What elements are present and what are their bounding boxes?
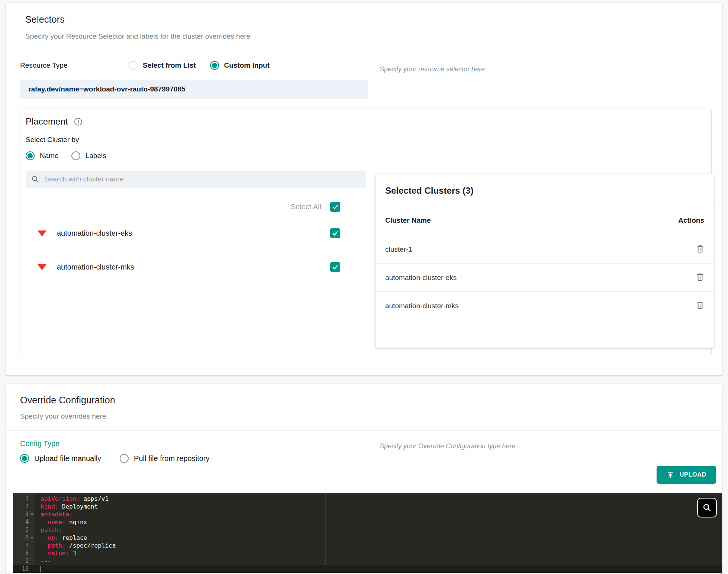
magnifier-icon (702, 503, 712, 513)
selected-clusters-title: Selected Clusters (3) (376, 174, 714, 206)
selectors-card: Selectors Specify your Resource Selector… (6, 3, 722, 375)
override-subtitle: Specify your overrides here. (20, 412, 722, 420)
editor-line-number: 1 (13, 495, 35, 503)
cluster-checkbox[interactable] (330, 228, 340, 238)
cluster-search-bar (26, 171, 366, 188)
delete-cluster-button[interactable] (694, 299, 706, 313)
editor-code-line[interactable]: apiVersion: apps/v1 (41, 495, 722, 503)
radio-name-label: Name (40, 152, 59, 160)
radio-pull-label: Pull file from repository (134, 454, 209, 463)
table-row: automation-cluster-mks (376, 292, 714, 320)
radio-selected-icon (26, 151, 35, 160)
radio-unselected-icon (129, 61, 138, 70)
delete-cluster-button[interactable] (694, 271, 706, 284)
select-all-checkbox[interactable] (330, 202, 340, 212)
cluster-name: automation-cluster-mks (57, 263, 330, 271)
resource-type-section: Resource Type Select from List Custom In… (6, 51, 722, 99)
code-token: metadata: (41, 511, 73, 518)
info-icon[interactable] (74, 117, 83, 126)
radio-upload-label: Upload file manually (34, 454, 101, 463)
code-token: 3 (73, 550, 77, 557)
radio-unselected-icon (120, 454, 129, 463)
editor-cursor (41, 566, 41, 573)
cluster-list-item[interactable]: automation-cluster-eks (26, 228, 340, 238)
selected-clusters-panel: Selected Clusters (3) Cluster Name Actio… (376, 174, 714, 348)
resource-selector-hint: Specify your resource selector here (380, 65, 485, 73)
editor-line-number: 4 (13, 518, 35, 526)
checkmark-icon (332, 230, 339, 237)
radio-pull-file-from-repository[interactable]: Pull file from repository (120, 454, 209, 463)
code-token: path: (48, 542, 65, 549)
cluster-checkbox[interactable] (330, 262, 340, 272)
red-triangle-status-icon (38, 264, 46, 270)
code-token (41, 550, 48, 557)
override-configuration-card: Override Configuration Specify your over… (6, 384, 722, 574)
editor-code-line[interactable]: value: 3 (41, 549, 722, 557)
fold-arrow-icon[interactable] (30, 513, 34, 516)
placement-section: Placement Select Cluster by Name Labels (20, 109, 712, 355)
code-token: patch: (41, 526, 62, 533)
radio-unselected-icon (71, 151, 80, 160)
upload-button-label: UPLOAD (680, 471, 706, 478)
radio-selected-icon (210, 61, 219, 70)
placement-title: Placement (26, 116, 68, 127)
override-title: Override Configuration (20, 395, 722, 406)
cluster-list-item[interactable]: automation-cluster-mks (26, 262, 340, 272)
yaml-editor[interactable]: 12345678910 apiVersion: apps/v1kind: Dep… (13, 493, 722, 573)
resource-type-label: Resource Type (20, 61, 129, 70)
trash-icon (695, 272, 705, 282)
editor-search-button[interactable] (697, 498, 717, 517)
code-token: /spec/replica (65, 542, 116, 549)
selectors-title: Selectors (25, 14, 722, 25)
table-row: cluster-1 (376, 235, 714, 264)
editor-line-number: 3 (13, 510, 35, 518)
editor-code-line[interactable]: - op: replace (41, 534, 722, 542)
select-all-label: Select All (291, 203, 321, 211)
radio-labels-label: Labels (86, 152, 106, 160)
checkmark-icon (332, 264, 339, 271)
search-icon (31, 175, 40, 184)
cluster-search-input[interactable] (44, 175, 361, 183)
radio-select-from-list[interactable]: Select from List (129, 61, 196, 70)
code-token (41, 542, 48, 549)
code-token (41, 519, 48, 526)
radio-selected-icon (20, 454, 29, 463)
trash-icon (695, 300, 705, 310)
editor-line-number: 10 (13, 565, 35, 573)
editor-code-line[interactable]: metadata: (41, 510, 722, 518)
radio-custom-input-label: Custom Input (224, 61, 270, 70)
radio-custom-input[interactable]: Custom Input (210, 61, 270, 70)
editor-code-line[interactable]: --- (41, 557, 722, 565)
code-token: replace (58, 534, 87, 541)
cluster-name: automation-cluster-eks (57, 229, 330, 238)
red-triangle-status-icon (38, 230, 46, 236)
override-header: Override Configuration Specify your over… (6, 384, 722, 430)
editor-line-number: 8 (13, 549, 35, 557)
code-token: kind: (41, 503, 58, 510)
editor-code-line[interactable] (35, 565, 722, 573)
fold-arrow-icon[interactable] (30, 537, 34, 539)
editor-line-number: 9 (13, 557, 35, 565)
config-type-hint: Specify your Override Configuration type… (380, 442, 515, 450)
code-token: --- (41, 558, 51, 565)
editor-code-line[interactable]: kind: Deployment (41, 503, 722, 510)
editor-gutter: 12345678910 (13, 493, 35, 573)
code-token: name: (48, 519, 65, 526)
editor-code-line[interactable]: name: nginx (41, 518, 722, 526)
editor-line-number: 6 (13, 534, 35, 542)
radio-cluster-by-labels[interactable]: Labels (71, 151, 106, 160)
delete-cluster-button[interactable] (694, 242, 706, 256)
selected-cluster-name: automation-cluster-mks (385, 302, 458, 310)
editor-code-line[interactable]: patch: (41, 526, 722, 534)
selected-cluster-name: cluster-1 (385, 245, 412, 254)
config-type-label: Config Type (20, 439, 722, 448)
editor-code-line[interactable]: path: /spec/replica (41, 542, 722, 549)
upload-button[interactable]: UPLOAD (657, 466, 716, 484)
radio-upload-file-manually[interactable]: Upload file manually (20, 454, 101, 463)
code-token: value: (48, 550, 69, 557)
resource-selector-input[interactable] (28, 85, 360, 93)
checkmark-icon (332, 203, 339, 210)
code-token: apiVersion: (41, 495, 80, 502)
trash-icon (695, 244, 705, 254)
radio-cluster-by-name[interactable]: Name (26, 151, 59, 160)
